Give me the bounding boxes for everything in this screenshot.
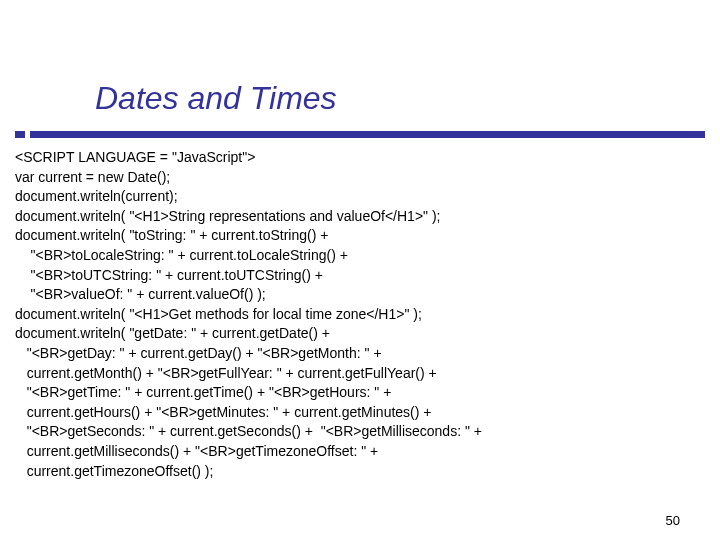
slide-title: Dates and Times [95,80,337,117]
code-line: <SCRIPT LANGUAGE = "JavaScript"> [15,148,482,168]
code-line: "<BR>toLocaleString: " + current.toLocal… [15,246,482,266]
title-underline [30,131,705,138]
code-line: document.writeln( "getDate: " + current.… [15,324,482,344]
code-line: document.writeln( "toString: " + current… [15,226,482,246]
code-line: document.writeln(current); [15,187,482,207]
code-line: "<BR>getDay: " + current.getDay() + "<BR… [15,344,482,364]
code-line: current.getTimezoneOffset() ); [15,462,482,482]
page-number: 50 [666,513,680,528]
code-line: "<BR>getSeconds: " + current.getSeconds(… [15,422,482,442]
code-line: "<BR>getTime: " + current.getTime() + "<… [15,383,482,403]
code-line: "<BR>toUTCString: " + current.toUTCStrin… [15,266,482,286]
code-line: document.writeln( "<H1>String representa… [15,207,482,227]
code-line: current.getHours() + "<BR>getMinutes: " … [15,403,482,423]
code-line: "<BR>valueOf: " + current.valueOf() ); [15,285,482,305]
code-line: current.getMilliseconds() + "<BR>getTime… [15,442,482,462]
code-line: current.getMonth() + "<BR>getFullYear: "… [15,364,482,384]
code-line: var current = new Date(); [15,168,482,188]
code-line: document.writeln( "<H1>Get methods for l… [15,305,482,325]
code-block: <SCRIPT LANGUAGE = "JavaScript"> var cur… [15,148,482,481]
title-accent-left [15,131,25,138]
